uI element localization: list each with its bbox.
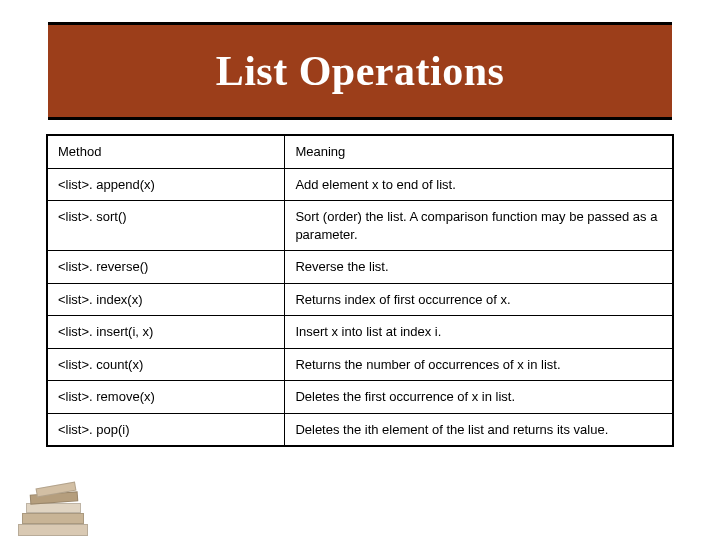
table-row: <list>. append(x) Add element x to end o… [47,168,673,201]
cell-meaning: Reverse the list. [285,251,673,284]
cell-method: <list>. sort() [47,201,285,251]
cell-meaning: Returns the number of occurrences of x i… [285,348,673,381]
header-meaning: Meaning [285,135,673,168]
cell-method: <list>. insert(i, x) [47,316,285,349]
table-row: <list>. insert(i, x) Insert x into list … [47,316,673,349]
table-row: <list>. index(x) Returns index of first … [47,283,673,316]
cell-meaning: Add element x to end of list. [285,168,673,201]
table-header-row: Method Meaning [47,135,673,168]
book-icon [26,503,81,513]
table-row: <list>. count(x) Returns the number of o… [47,348,673,381]
operations-table: Method Meaning <list>. append(x) Add ele… [46,134,674,447]
table-row: <list>. pop(i) Deletes the ith element o… [47,413,673,446]
table-row: <list>. remove(x) Deletes the first occu… [47,381,673,414]
cell-method: <list>. pop(i) [47,413,285,446]
cell-method: <list>. append(x) [47,168,285,201]
table-row: <list>. sort() Sort (order) the list. A … [47,201,673,251]
books-stack-icon [18,480,102,536]
cell-method: <list>. remove(x) [47,381,285,414]
header-method: Method [47,135,285,168]
cell-meaning: Deletes the ith element of the list and … [285,413,673,446]
slide-title: List Operations [216,47,505,95]
book-icon [18,524,88,536]
cell-method: <list>. count(x) [47,348,285,381]
table-row: <list>. reverse() Reverse the list. [47,251,673,284]
title-banner: List Operations [48,22,672,120]
book-icon [22,513,84,524]
cell-method: <list>. index(x) [47,283,285,316]
cell-meaning: Returns index of first occurrence of x. [285,283,673,316]
cell-meaning: Sort (order) the list. A comparison func… [285,201,673,251]
cell-method: <list>. reverse() [47,251,285,284]
cell-meaning: Deletes the first occurrence of x in lis… [285,381,673,414]
cell-meaning: Insert x into list at index i. [285,316,673,349]
